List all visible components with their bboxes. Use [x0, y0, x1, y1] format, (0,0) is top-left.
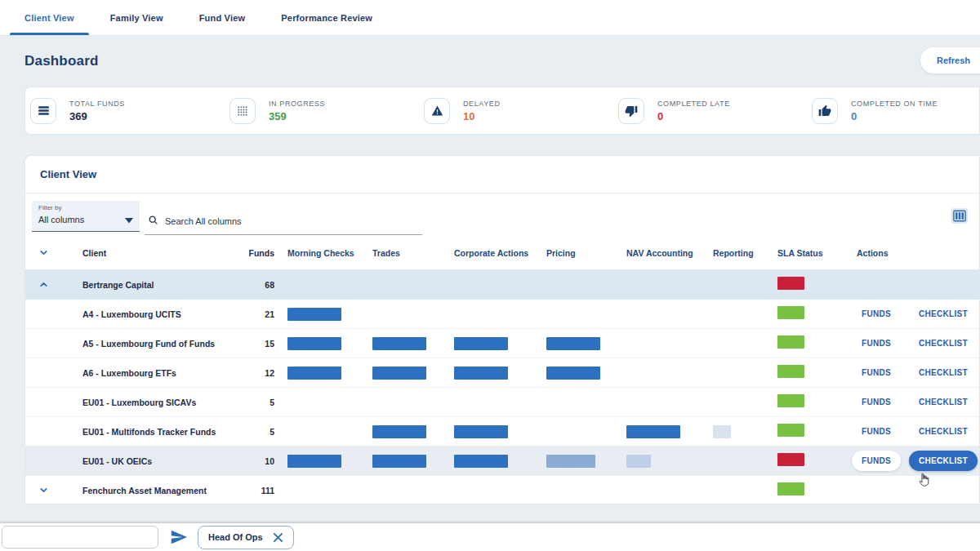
- progress-bar: [372, 455, 426, 468]
- sla-status-badge: [777, 335, 804, 349]
- progress-bar: [626, 455, 651, 468]
- checklist-button[interactable]: CHECKLIST: [909, 304, 978, 324]
- message-input[interactable]: [2, 526, 158, 549]
- kpi-value: 359: [269, 110, 325, 122]
- funds-count: 111: [242, 486, 283, 495]
- page-title: Dashboard: [24, 53, 99, 69]
- kpi-label: DELAYED: [463, 100, 501, 108]
- checklist-button[interactable]: CHECKLIST: [909, 421, 978, 442]
- funds-count: 5: [242, 398, 283, 407]
- sla-status-badge: [777, 453, 804, 466]
- col-header-client[interactable]: Client: [62, 248, 242, 258]
- send-icon[interactable]: [170, 528, 188, 546]
- checklist-button[interactable]: CHECKLIST: [909, 451, 978, 471]
- sla-status-cell: [773, 335, 850, 352]
- actions-cell: FUNDSCHECKLIST: [850, 421, 979, 442]
- kpi-value: 0: [851, 110, 938, 122]
- checklist-button[interactable]: CHECKLIST: [909, 362, 978, 383]
- sla-status-cell: [773, 424, 850, 440]
- kpi-value: 369: [69, 110, 125, 122]
- kpi-in-progress: IN PROGRESS 359: [229, 98, 424, 124]
- funds-button[interactable]: FUNDS: [852, 392, 901, 412]
- checklist-button[interactable]: CHECKLIST: [909, 392, 978, 412]
- nav-cell: [621, 455, 708, 468]
- tab-fund-view[interactable]: Fund View: [181, 0, 264, 35]
- chip-label: Head Of Ops: [208, 532, 263, 542]
- tab-client-view[interactable]: Client View: [7, 0, 92, 35]
- progress-bar: [372, 425, 426, 438]
- kpi-value: 0: [657, 110, 730, 122]
- close-icon[interactable]: [273, 532, 283, 543]
- progress-bar: [287, 337, 341, 350]
- sla-status-badge: [777, 424, 804, 437]
- warning-icon: [424, 98, 450, 124]
- morning-cell: [283, 308, 368, 321]
- col-header-pricing[interactable]: Pricing: [541, 248, 621, 258]
- kpi-delayed: DELAYED 10: [424, 98, 618, 124]
- funds-button[interactable]: FUNDS: [852, 421, 901, 442]
- grid-dots-icon: [229, 98, 256, 124]
- morning-cell: [283, 455, 368, 468]
- client-name: A6 - Luxembourg ETFs: [62, 368, 242, 378]
- kpi-label: TOTAL FUNDS: [69, 100, 125, 108]
- morning-cell: [283, 337, 368, 350]
- table-row: A5 - Luxembourg Fund of Funds15FUNDSCHEC…: [25, 329, 979, 358]
- footer-bar: Head Of Ops: [0, 522, 980, 551]
- funds-count: 68: [242, 280, 283, 290]
- client-name: A5 - Luxembourg Fund of Funds: [62, 339, 242, 349]
- filter-value: All columns: [38, 215, 84, 224]
- top-tab-bar: Client View Family View Fund View Perfor…: [0, 0, 980, 36]
- col-header-funds[interactable]: Funds: [242, 248, 283, 258]
- kpi-label: COMPLETED ON TIME: [851, 100, 938, 108]
- columns-icon[interactable]: [951, 208, 968, 224]
- progress-bar: [454, 337, 508, 350]
- tab-performance-review[interactable]: Performance Review: [263, 0, 390, 35]
- refresh-button[interactable]: Refresh: [920, 47, 980, 73]
- kpi-label: COMPLETED LATE: [657, 100, 730, 108]
- morning-cell: [283, 367, 368, 380]
- actions-cell: FUNDSCHECKLIST: [850, 392, 979, 412]
- collapse-all-chevron-icon[interactable]: [25, 247, 62, 258]
- col-header-nav-accounting[interactable]: NAV Accounting: [621, 248, 708, 258]
- progress-bar: [454, 367, 508, 380]
- progress-bar: [372, 337, 426, 350]
- funds-button[interactable]: FUNDS: [852, 451, 901, 471]
- actions-cell: FUNDSCHECKLIST: [850, 451, 979, 471]
- funds-button[interactable]: FUNDS: [852, 362, 901, 383]
- pricing-cell: [541, 455, 621, 468]
- progress-bar: [287, 455, 341, 468]
- actions-cell: FUNDSCHECKLIST: [850, 304, 979, 324]
- panel-header: Client View: [25, 156, 979, 193]
- kpi-label: IN PROGRESS: [269, 100, 325, 108]
- col-header-sla-status[interactable]: SLA Status: [773, 248, 850, 258]
- table-row: EU01 - Multifonds Tracker Funds5FUNDSCHE…: [25, 417, 979, 447]
- kpi-completed-on-time: COMPLETED ON TIME 0: [812, 98, 979, 124]
- client-name: EU01 - Luxembourg SICAVs: [62, 398, 242, 407]
- expand-icon[interactable]: [25, 485, 62, 495]
- trades-cell: [368, 455, 449, 468]
- table-row: Bertrange Capital68: [25, 270, 979, 300]
- sla-status-cell: [773, 277, 850, 293]
- progress-bar: [626, 425, 680, 438]
- chevron-down-icon: [125, 212, 133, 227]
- col-header-morning-checks[interactable]: Morning Checks: [283, 248, 368, 258]
- client-name: EU01 - Multifonds Tracker Funds: [62, 427, 242, 437]
- head-of-ops-chip[interactable]: Head Of Ops: [198, 526, 294, 549]
- sla-status-badge: [777, 394, 804, 407]
- funds-button[interactable]: FUNDS: [852, 304, 901, 324]
- sla-status-cell: [773, 394, 850, 411]
- col-header-trades[interactable]: Trades: [368, 248, 449, 258]
- filter-by-select[interactable]: Filter by All columns: [32, 201, 140, 232]
- tab-family-view[interactable]: Family View: [92, 0, 181, 35]
- checklist-button[interactable]: CHECKLIST: [909, 333, 978, 353]
- search-input[interactable]: [165, 216, 421, 226]
- corp-cell: [449, 367, 541, 380]
- col-header-actions[interactable]: Actions: [850, 248, 979, 258]
- table-header-row: Client Funds Morning Checks Trades Corpo…: [25, 236, 979, 270]
- table-row: A6 - Luxembourg ETFs12FUNDSCHECKLIST: [25, 358, 979, 388]
- funds-button[interactable]: FUNDS: [852, 333, 901, 353]
- collapse-icon[interactable]: [25, 279, 62, 290]
- col-header-reporting[interactable]: Reporting: [708, 248, 773, 258]
- col-header-corporate-actions[interactable]: Corporate Actions: [449, 248, 541, 258]
- sla-status-cell: [773, 365, 850, 381]
